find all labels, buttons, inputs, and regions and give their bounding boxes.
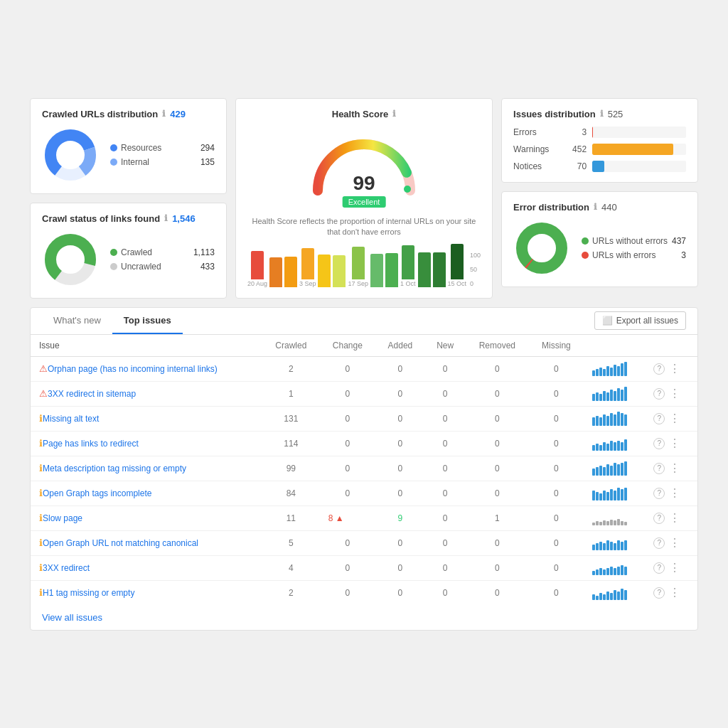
mini-bar xyxy=(599,568,602,575)
more-options-icon[interactable]: ⋮ xyxy=(669,387,680,400)
issue-label[interactable]: Page has links to redirect xyxy=(43,439,139,449)
more-options-icon[interactable]: ⋮ xyxy=(669,362,680,375)
left-column: Crawled URLs distribution ℹ 429 xyxy=(30,98,227,299)
mini-bar xyxy=(596,444,599,451)
crawled-urls-count: 429 xyxy=(170,109,186,119)
health-bar-col: 20 Aug xyxy=(247,251,267,287)
header-chart xyxy=(584,335,646,357)
issue-label[interactable]: Open Graph tags incomplete xyxy=(43,488,151,498)
actions-cell: ? ⋮ xyxy=(645,381,697,406)
issue-name-cell: ℹH1 tag missing or empty xyxy=(31,580,262,605)
issue-label[interactable]: Open Graph URL not matching canonical xyxy=(43,538,198,548)
mini-bar xyxy=(617,388,620,401)
mini-bar xyxy=(614,568,616,575)
health-bar xyxy=(318,255,331,287)
mini-bar xyxy=(621,363,623,376)
mini-bar xyxy=(621,521,623,525)
issue-label[interactable]: Meta description tag missing or empty xyxy=(43,464,186,473)
issue-name-cell: ℹOpen Graph tags incomplete xyxy=(31,481,262,505)
warnings-bar-row: Warnings 452 xyxy=(513,144,686,155)
crawled-urls-donut xyxy=(42,127,99,183)
health-bar-col xyxy=(333,255,346,287)
mini-bar xyxy=(606,521,609,525)
mini-bar xyxy=(603,442,606,451)
removed-value: 0 xyxy=(466,580,529,605)
health-bar xyxy=(301,248,314,279)
action-icons: ? ⋮ xyxy=(653,437,689,450)
help-icon[interactable]: ? xyxy=(653,562,665,574)
with-errors-item: URLs with errors 3 xyxy=(582,250,686,260)
tab-whats-new[interactable]: What's new xyxy=(42,308,112,334)
issues-dist-card: Issues distribution ℹ 525 Errors 3 Warni… xyxy=(501,98,698,183)
more-options-icon[interactable]: ⋮ xyxy=(669,511,680,525)
with-errors-value: 3 xyxy=(681,250,686,260)
table-row: ℹOpen Graph URL not matching canonical50… xyxy=(31,530,697,555)
mini-bar xyxy=(614,463,616,476)
more-options-icon[interactable]: ⋮ xyxy=(669,536,680,550)
new-value: 0 xyxy=(425,505,466,530)
mini-bar xyxy=(592,394,595,401)
more-options-icon[interactable]: ⋮ xyxy=(669,437,680,450)
help-icon[interactable]: ? xyxy=(653,363,665,375)
health-bar-col xyxy=(418,252,431,287)
crawl-status-card: Crawl status of links found ℹ 1,546 Craw… xyxy=(30,203,227,299)
svg-point-6 xyxy=(522,228,562,268)
health-bar-col xyxy=(284,257,297,287)
change-value: 8 ▲ xyxy=(320,505,375,530)
change-value: 0 xyxy=(320,530,375,555)
removed-value: 0 xyxy=(466,381,529,406)
help-icon[interactable]: ? xyxy=(653,513,665,524)
issues-dist-info-icon[interactable]: ℹ xyxy=(600,109,604,119)
gauge-container: 99 Excellent xyxy=(307,127,421,198)
issue-label[interactable]: Missing alt text xyxy=(43,414,99,424)
crawled-value: 4 xyxy=(262,555,320,580)
issue-label[interactable]: Slow page xyxy=(43,513,82,523)
help-icon[interactable]: ? xyxy=(653,587,665,599)
tab-top-issues[interactable]: Top issues xyxy=(112,308,183,334)
internal-label: Internal xyxy=(121,157,149,167)
mini-bar xyxy=(621,565,623,575)
mini-bar xyxy=(614,442,616,451)
help-icon[interactable]: ? xyxy=(653,438,665,449)
crawl-status-info-icon[interactable]: ℹ xyxy=(164,213,168,223)
more-options-icon[interactable]: ⋮ xyxy=(669,461,680,475)
help-icon[interactable]: ? xyxy=(653,413,665,424)
axis-mid: 50 xyxy=(470,266,481,273)
crawled-urls-info-icon[interactable]: ℹ xyxy=(162,109,166,119)
more-options-icon[interactable]: ⋮ xyxy=(669,561,680,574)
mini-bar xyxy=(599,522,602,525)
more-options-icon[interactable]: ⋮ xyxy=(669,412,680,425)
view-all-issues-link[interactable]: View all issues xyxy=(31,605,697,630)
issue-label[interactable]: Orphan page (has no incoming internal li… xyxy=(48,364,218,374)
health-bar-label: 20 Aug xyxy=(247,280,267,287)
table-row: ℹ3XX redirect400000 ? ⋮ xyxy=(31,555,697,580)
more-options-icon[interactable]: ⋮ xyxy=(669,486,680,500)
mini-bar xyxy=(617,464,620,476)
mini-bar xyxy=(614,543,616,550)
help-icon[interactable]: ? xyxy=(653,537,665,549)
issue-label[interactable]: 3XX redirect xyxy=(43,563,90,573)
issue-label[interactable]: 3XX redirect in sitemap xyxy=(48,389,136,399)
notices-label: Notices xyxy=(513,161,556,171)
crawled-urls-content: Resources 294 Internal 135 xyxy=(42,127,215,183)
help-icon[interactable]: ? xyxy=(653,388,665,400)
export-all-issues-button[interactable]: ⬜ Export all issues xyxy=(594,311,686,330)
mini-bar xyxy=(614,520,616,525)
actions-cell: ? ⋮ xyxy=(645,505,697,530)
error-dist-info-icon[interactable]: ℹ xyxy=(594,202,597,212)
issue-name-cell: ℹ3XX redirect xyxy=(31,555,262,580)
issues-table: Issue Crawled Change Added New Removed M… xyxy=(31,335,697,605)
help-icon[interactable]: ? xyxy=(653,488,665,499)
more-options-icon[interactable]: ⋮ xyxy=(669,586,680,599)
help-icon[interactable]: ? xyxy=(653,463,665,474)
no-errors-item: URLs without errors 437 xyxy=(582,236,686,246)
mini-bar xyxy=(603,391,606,401)
mini-bar xyxy=(596,416,599,426)
issue-label[interactable]: H1 tag missing or empty xyxy=(43,588,134,598)
table-row: ℹOpen Graph tags incomplete8400000 ? ⋮ xyxy=(31,481,697,505)
health-score-info-icon[interactable]: ℹ xyxy=(392,109,396,119)
mini-chart-cell xyxy=(584,580,646,605)
actions-cell: ? ⋮ xyxy=(645,555,697,580)
mini-chart xyxy=(592,586,637,600)
uncrawled-dot xyxy=(110,263,117,270)
